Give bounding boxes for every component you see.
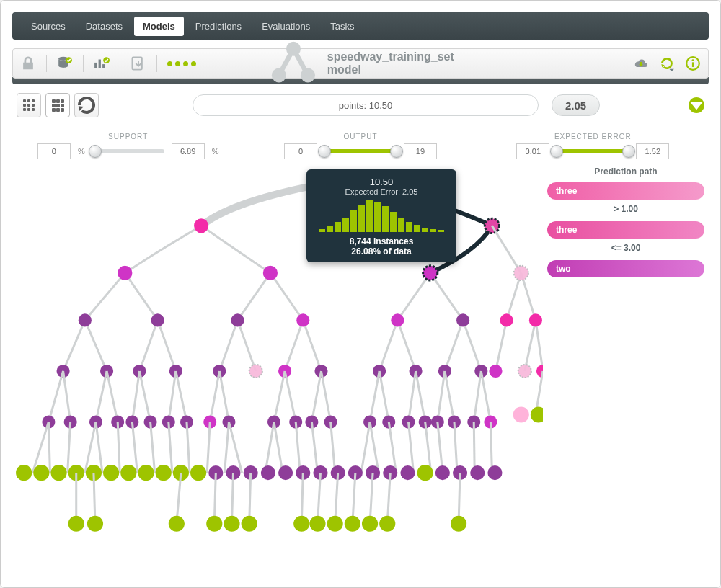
tree-visualization[interactable]: 10.50 Expected Error: 2.05 8,744 instanc… xyxy=(12,166,543,576)
nav-datasets[interactable]: Datasets xyxy=(77,17,131,36)
title-bar: speedway_training_set model xyxy=(12,48,709,79)
eerror-track[interactable] xyxy=(557,149,629,153)
svg-rect-2 xyxy=(94,63,97,68)
svg-point-18 xyxy=(423,266,438,280)
output-slider: OUTPUT 0 19 xyxy=(244,133,477,159)
path-step-1[interactable]: three xyxy=(547,182,704,200)
node-tooltip: 10.50 Expected Error: 2.05 8,744 instanc… xyxy=(306,169,456,262)
svg-point-69 xyxy=(33,465,49,481)
svg-point-97 xyxy=(87,516,103,532)
svg-point-22 xyxy=(231,313,244,326)
network-icon xyxy=(267,37,320,90)
svg-point-94 xyxy=(470,466,485,480)
reset-view-button[interactable] xyxy=(74,93,99,117)
eerror-max-input[interactable]: 1.52 xyxy=(636,143,669,159)
svg-point-106 xyxy=(362,516,378,532)
svg-point-17 xyxy=(263,266,278,280)
status-dots xyxy=(167,61,196,66)
svg-point-96 xyxy=(68,516,84,532)
svg-point-98 xyxy=(169,516,185,532)
prediction-path-panel: Prediction path three > 1.00 three <= 3.… xyxy=(543,166,709,576)
output-track[interactable] xyxy=(324,149,397,153)
cloud-download-icon[interactable] xyxy=(633,55,649,71)
path-cond-1: > 1.00 xyxy=(547,204,704,214)
svg-point-83 xyxy=(278,466,293,480)
svg-point-108 xyxy=(451,516,466,532)
nav-evaluations[interactable]: Evaluations xyxy=(253,17,319,36)
svg-point-73 xyxy=(103,465,119,481)
svg-point-65 xyxy=(513,406,529,422)
svg-point-26 xyxy=(500,313,513,326)
control-row: points: 10.50 2.05 xyxy=(12,84,709,125)
svg-point-90 xyxy=(400,466,415,480)
svg-point-101 xyxy=(242,516,257,532)
support-max-input[interactable]: 6.89 xyxy=(172,143,205,159)
page-title: speedway_training_set model xyxy=(267,37,454,90)
info-icon[interactable] xyxy=(685,55,701,71)
svg-point-11 xyxy=(692,59,694,61)
lock-icon[interactable] xyxy=(20,55,36,71)
svg-point-41 xyxy=(518,365,531,378)
path-step-2[interactable]: three xyxy=(547,221,704,239)
svg-rect-3 xyxy=(99,60,101,68)
nav-tasks[interactable]: Tasks xyxy=(322,17,363,36)
svg-point-27 xyxy=(529,313,542,326)
tree-svg[interactable] xyxy=(12,166,543,576)
svg-point-19 xyxy=(514,266,528,280)
database-icon[interactable] xyxy=(57,55,73,71)
support-slider: SUPPORT 0% 6.89% xyxy=(12,133,244,159)
refresh-icon[interactable] xyxy=(659,55,675,71)
output-max-input[interactable]: 19 xyxy=(404,143,437,159)
svg-point-100 xyxy=(224,516,239,532)
svg-point-103 xyxy=(309,516,325,532)
export-icon[interactable] xyxy=(131,55,146,71)
svg-point-20 xyxy=(79,313,92,326)
value-badge: 2.05 xyxy=(552,94,600,116)
eerror-min-input[interactable]: 0.01 xyxy=(516,143,549,159)
svg-point-66 xyxy=(531,406,543,422)
histogram-icon xyxy=(314,200,449,232)
barchart-icon[interactable] xyxy=(94,55,110,71)
svg-point-105 xyxy=(345,516,360,532)
svg-rect-12 xyxy=(692,62,694,67)
sliders-row: SUPPORT 0% 6.89% OUTPUT 0 19 xyxy=(12,125,709,164)
svg-point-24 xyxy=(391,313,404,326)
nav-models[interactable]: Models xyxy=(134,17,184,36)
view-grid-sparse-button[interactable] xyxy=(17,93,41,117)
svg-point-99 xyxy=(206,516,222,532)
svg-point-78 xyxy=(190,465,206,481)
svg-point-92 xyxy=(435,466,450,480)
svg-point-107 xyxy=(379,516,395,532)
options-dropdown-icon[interactable] xyxy=(689,97,704,113)
svg-point-91 xyxy=(417,465,433,481)
support-track[interactable] xyxy=(92,149,164,153)
support-min-input[interactable]: 0 xyxy=(37,143,71,159)
nav-predictions[interactable]: Predictions xyxy=(187,17,250,36)
svg-point-14 xyxy=(194,218,208,233)
nav-sources[interactable]: Sources xyxy=(22,17,74,36)
svg-point-102 xyxy=(293,516,309,532)
svg-point-33 xyxy=(249,365,262,378)
svg-point-82 xyxy=(261,466,275,480)
output-min-input[interactable]: 0 xyxy=(284,143,317,159)
path-cond-2: <= 3.00 xyxy=(547,243,704,253)
svg-point-25 xyxy=(456,313,469,326)
svg-point-70 xyxy=(50,465,66,481)
svg-point-95 xyxy=(487,466,502,480)
svg-point-68 xyxy=(16,465,32,481)
points-pill: points: 10.50 xyxy=(193,94,539,116)
svg-point-21 xyxy=(151,313,164,326)
svg-point-74 xyxy=(120,465,136,481)
svg-point-76 xyxy=(156,465,172,481)
svg-point-16 xyxy=(118,266,132,280)
top-nav: Sources Datasets Models Predictions Eval… xyxy=(12,12,709,40)
path-step-3[interactable]: two xyxy=(547,260,704,277)
eerror-slider: EXPECTED ERROR 0.01 1.52 xyxy=(477,133,709,159)
svg-point-104 xyxy=(327,516,343,532)
svg-point-75 xyxy=(138,465,154,481)
svg-rect-4 xyxy=(102,64,105,68)
svg-point-23 xyxy=(296,313,309,326)
svg-point-40 xyxy=(489,365,502,378)
view-grid-dense-button[interactable] xyxy=(45,93,70,117)
